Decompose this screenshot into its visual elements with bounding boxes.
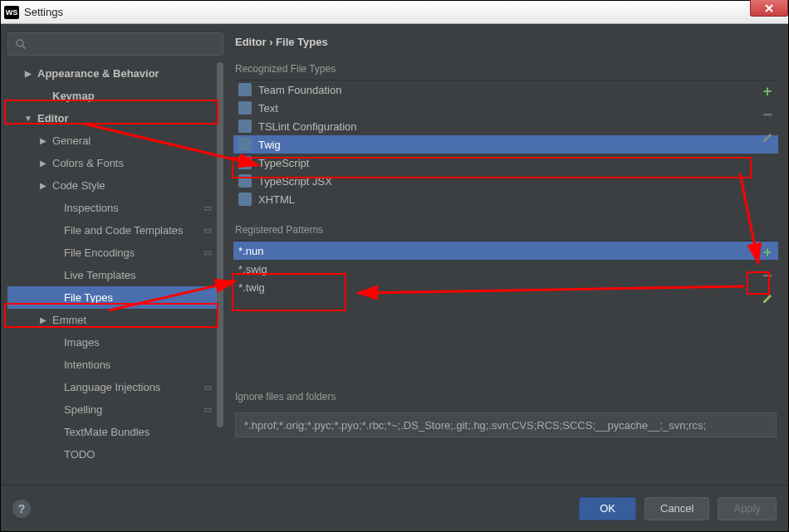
file-type-icon bbox=[238, 101, 252, 115]
file-type-icon bbox=[238, 83, 252, 96]
svg-point-0 bbox=[17, 40, 23, 46]
dialog-footer: ? OK Cancel Apply bbox=[1, 485, 788, 531]
chevron-right-icon: ▶ bbox=[37, 136, 49, 145]
edit-file-type-button[interactable] bbox=[760, 130, 775, 145]
remove-file-type-button[interactable]: − bbox=[760, 107, 775, 122]
file-type-label: Team Foundation bbox=[258, 84, 341, 96]
file-type-label: TSLint Configuration bbox=[258, 120, 357, 133]
tree-item-label: Spelling bbox=[64, 403, 102, 416]
tree-item-label: Keymap bbox=[52, 90, 95, 102]
search-icon bbox=[15, 38, 27, 50]
tree-item-keymap[interactable]: Keymap bbox=[7, 85, 223, 107]
file-type-row[interactable]: XHTML bbox=[233, 190, 778, 208]
file-type-row[interactable]: Team Foundation bbox=[233, 81, 778, 99]
tree-item-file-encodings[interactable]: File Encodings▭ bbox=[7, 242, 223, 264]
chevron-right-icon: ▶ bbox=[37, 181, 49, 190]
pattern-actions: + − bbox=[760, 245, 775, 306]
tree-item-label: Intentions bbox=[64, 359, 110, 371]
cancel-button[interactable]: Cancel bbox=[644, 497, 709, 520]
pattern-row[interactable]: *.swig bbox=[233, 260, 778, 278]
registered-patterns-list[interactable]: *.nun*.swig*.twig + − bbox=[233, 241, 778, 369]
file-type-label: TypeScript bbox=[258, 157, 309, 169]
project-scope-icon: ▭ bbox=[203, 225, 212, 236]
tree-item-appearance-behavior[interactable]: ▶Appearance & Behavior bbox=[7, 62, 223, 85]
tree-item-live-templates[interactable]: Live Templates bbox=[7, 264, 223, 286]
add-pattern-button[interactable]: + bbox=[760, 245, 775, 260]
file-type-icon bbox=[238, 193, 252, 206]
file-type-icon bbox=[238, 138, 252, 151]
pattern-label: *.swig bbox=[238, 263, 267, 276]
tree-item-label: File Types bbox=[64, 291, 113, 304]
tree-item-intentions[interactable]: Intentions bbox=[7, 354, 223, 376]
tree-item-file-types[interactable]: File Types bbox=[7, 286, 223, 309]
window-close-button[interactable] bbox=[750, 0, 788, 17]
file-type-row[interactable]: TypeScript bbox=[233, 154, 778, 172]
tree-item-label: Language Injections bbox=[64, 381, 160, 393]
close-icon bbox=[764, 3, 774, 13]
tree-item-inspections[interactable]: Inspections▭ bbox=[7, 197, 223, 219]
ignore-label: Ignore files and folders bbox=[235, 388, 777, 408]
project-scope-icon: ▭ bbox=[203, 404, 212, 415]
help-button[interactable]: ? bbox=[12, 500, 31, 518]
pattern-label: *.nun bbox=[238, 245, 263, 257]
apply-button[interactable]: Apply bbox=[718, 497, 777, 520]
tree-item-label: Live Templates bbox=[64, 269, 135, 281]
file-type-label: Twig bbox=[258, 139, 281, 151]
pencil-icon bbox=[762, 132, 773, 144]
tree-item-label: Appearance & Behavior bbox=[37, 67, 159, 80]
breadcrumb: Editor › File Types bbox=[233, 32, 778, 60]
tree-item-code-style[interactable]: ▶Code Style bbox=[7, 174, 223, 197]
window-title: Settings bbox=[24, 6, 63, 18]
file-type-row[interactable]: Twig bbox=[233, 135, 778, 154]
tree-item-label: Images bbox=[64, 336, 100, 349]
app-icon: WS bbox=[4, 6, 19, 19]
titlebar: WS Settings bbox=[1, 1, 788, 24]
ok-button[interactable]: OK bbox=[579, 497, 636, 520]
search-input[interactable] bbox=[7, 32, 223, 56]
project-scope-icon: ▭ bbox=[203, 247, 212, 258]
tree-item-label: File Encodings bbox=[64, 246, 135, 259]
ignore-input-wrap bbox=[235, 412, 777, 437]
chevron-down-icon: ▼ bbox=[22, 114, 34, 123]
project-scope-icon: ▭ bbox=[203, 203, 212, 213]
remove-pattern-button[interactable]: − bbox=[760, 268, 775, 283]
tree-item-todo[interactable]: TODO bbox=[7, 443, 223, 466]
settings-sidebar: ▶Appearance & BehaviorKeymap▼Editor▶Gene… bbox=[7, 32, 223, 485]
add-file-type-button[interactable]: + bbox=[760, 84, 775, 99]
tree-item-colors-fonts[interactable]: ▶Colors & Fonts bbox=[7, 152, 223, 174]
tree-item-file-and-code-templates[interactable]: File and Code Templates▭ bbox=[7, 219, 223, 242]
chevron-right-icon: ▶ bbox=[37, 159, 49, 168]
tree-item-spelling[interactable]: Spelling▭ bbox=[7, 398, 223, 421]
chevron-right-icon: ▶ bbox=[22, 69, 34, 78]
tree-item-images[interactable]: Images bbox=[7, 331, 223, 354]
pattern-label: *.twig bbox=[238, 281, 265, 294]
ignore-section: Ignore files and folders bbox=[235, 388, 777, 437]
pattern-row[interactable]: *.twig bbox=[233, 278, 778, 296]
tree-item-label: File and Code Templates bbox=[64, 224, 184, 237]
pattern-row[interactable]: *.nun bbox=[233, 242, 778, 260]
tree-item-emmet[interactable]: ▶Emmet bbox=[7, 309, 223, 331]
file-type-icon bbox=[238, 156, 252, 169]
file-type-icon bbox=[238, 120, 252, 133]
tree-item-textmate-bundles[interactable]: TextMate Bundles bbox=[7, 421, 223, 443]
tree-item-editor[interactable]: ▼Editor bbox=[7, 107, 223, 129]
footer-buttons: OK Cancel Apply bbox=[579, 497, 777, 520]
file-type-row[interactable]: TypeScript JSX bbox=[233, 172, 778, 190]
tree-item-general[interactable]: ▶General bbox=[7, 129, 223, 152]
tree-item-label: Editor bbox=[37, 112, 69, 124]
recognized-file-types-list[interactable]: Team FoundationTextTSLint ConfigurationT… bbox=[233, 80, 778, 209]
tree-item-label: TextMate Bundles bbox=[64, 426, 149, 438]
settings-tree[interactable]: ▶Appearance & BehaviorKeymap▼Editor▶Gene… bbox=[7, 62, 223, 485]
tree-item-language-injections[interactable]: Language Injections▭ bbox=[7, 376, 223, 398]
file-type-label: Text bbox=[258, 102, 278, 115]
pencil-icon bbox=[762, 293, 773, 305]
recognized-file-types-label: Recognized File Types bbox=[233, 60, 778, 80]
file-types-actions: + − bbox=[760, 84, 775, 145]
ignore-input[interactable] bbox=[244, 419, 767, 432]
file-type-row[interactable]: TSLint Configuration bbox=[233, 117, 778, 135]
edit-pattern-button[interactable] bbox=[760, 291, 775, 306]
tree-scrollbar[interactable] bbox=[217, 62, 223, 427]
tree-item-label: Code Style bbox=[52, 179, 105, 192]
settings-window: WS Settings ▶Appearance & BehaviorKeymap… bbox=[0, 0, 789, 532]
file-type-row[interactable]: Text bbox=[233, 99, 778, 117]
